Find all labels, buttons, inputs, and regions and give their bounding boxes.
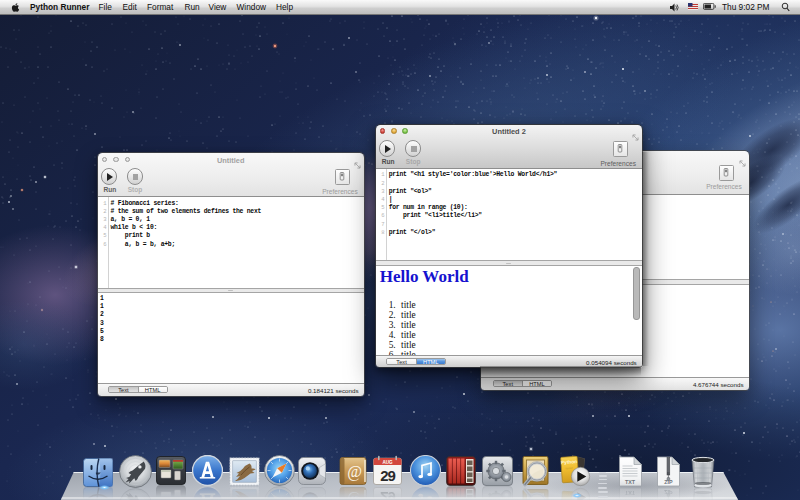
svg-text:TXT: TXT — [625, 479, 636, 485]
svg-text:runner: runner — [565, 466, 573, 471]
svg-text:29: 29 — [380, 488, 395, 500]
svg-text:@: @ — [347, 463, 362, 481]
svg-text:@: @ — [347, 491, 362, 500]
svg-text:AUG: AUG — [382, 460, 393, 465]
svg-text:ZIP: ZIP — [664, 479, 673, 485]
svg-text:29: 29 — [380, 467, 395, 484]
svg-text:TXT: TXT — [625, 489, 636, 495]
svg-text:ZIP: ZIP — [664, 489, 673, 495]
